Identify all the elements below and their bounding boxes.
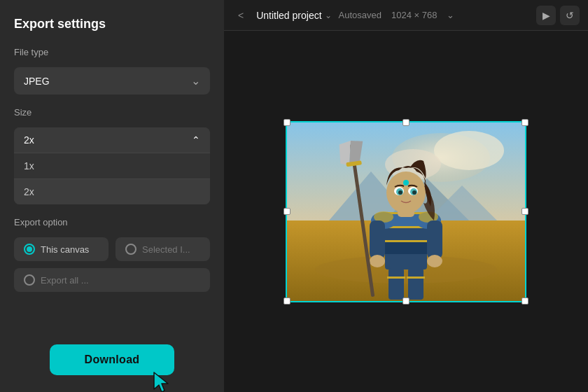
radio-circle-this-canvas bbox=[24, 244, 35, 255]
canvas-area bbox=[224, 31, 588, 392]
play-button[interactable]: ▶ bbox=[536, 6, 556, 25]
svg-point-36 bbox=[412, 190, 416, 195]
size-selected-row[interactable]: 2x ⌃ bbox=[14, 127, 210, 153]
canvas-image-container bbox=[287, 122, 525, 301]
svg-rect-21 bbox=[370, 220, 385, 259]
project-chevron-icon: ⌄ bbox=[325, 10, 332, 20]
file-type-select[interactable]: JPEG ⌄ bbox=[14, 67, 210, 94]
play-icon: ▶ bbox=[542, 10, 550, 21]
this-canvas-label: This canvas bbox=[41, 244, 89, 255]
top-bar: < Untitled project ⌄ Autosaved 1024 × 76… bbox=[224, 0, 588, 31]
svg-rect-26 bbox=[408, 268, 424, 300]
chevron-up-icon: ⌃ bbox=[192, 134, 200, 146]
project-name: Untitled project bbox=[256, 10, 321, 21]
export-settings-panel: Export settings File type JPEG ⌄ Size 2x… bbox=[0, 0, 224, 392]
panel-title: Export settings bbox=[14, 17, 210, 31]
export-option-selected[interactable]: Selected I... bbox=[115, 237, 210, 261]
size-option-2x[interactable]: 2x bbox=[14, 178, 210, 204]
svg-rect-25 bbox=[388, 268, 404, 300]
svg-rect-16 bbox=[384, 240, 428, 242]
dimensions-chevron: ⌄ bbox=[447, 10, 454, 20]
svg-rect-28 bbox=[407, 276, 425, 279]
svg-point-35 bbox=[398, 190, 402, 195]
export-options-row1: This canvas Selected I... bbox=[14, 237, 210, 261]
size-section: Size 2x ⌃ 1x 2x bbox=[14, 107, 210, 204]
svg-point-23 bbox=[370, 255, 385, 267]
warrior-illustration bbox=[287, 122, 525, 301]
size-label: Size bbox=[14, 107, 210, 118]
radio-circle-selected bbox=[125, 244, 136, 255]
right-panel: < Untitled project ⌄ Autosaved 1024 × 76… bbox=[224, 0, 588, 392]
svg-rect-22 bbox=[427, 220, 442, 259]
svg-point-24 bbox=[427, 255, 442, 267]
export-option-all[interactable]: Export all ... bbox=[14, 268, 210, 292]
svg-point-37 bbox=[403, 180, 409, 186]
export-all-label: Export all ... bbox=[41, 275, 89, 286]
size-dropdown[interactable]: 2x ⌃ 1x 2x bbox=[14, 127, 210, 204]
canvas-image[interactable] bbox=[287, 122, 525, 301]
export-radio-group: This canvas Selected I... Export all ... bbox=[14, 237, 210, 292]
autosaved-label: Autosaved bbox=[339, 10, 382, 20]
export-option-section: Export option This canvas Selected I... … bbox=[14, 217, 210, 292]
project-name-wrap[interactable]: Untitled project ⌄ bbox=[256, 10, 331, 21]
selected-label: Selected I... bbox=[142, 244, 190, 255]
export-option-label: Export option bbox=[14, 217, 210, 227]
svg-point-3 bbox=[434, 131, 504, 170]
rotate-icon: ↺ bbox=[566, 10, 574, 21]
back-button[interactable]: < bbox=[232, 7, 249, 24]
chevron-down-icon: ⌄ bbox=[191, 74, 200, 88]
dimensions-label: 1024 × 768 bbox=[391, 10, 437, 20]
size-selected-value: 2x bbox=[24, 134, 34, 146]
svg-point-30 bbox=[386, 172, 426, 214]
radio-circle-export-all bbox=[24, 274, 35, 286]
file-type-value: JPEG bbox=[24, 76, 50, 87]
file-type-label: File type bbox=[14, 47, 210, 57]
svg-rect-27 bbox=[387, 276, 405, 279]
svg-marker-0 bbox=[154, 372, 168, 392]
cursor-icon bbox=[151, 370, 176, 392]
rotate-button[interactable]: ↺ bbox=[560, 6, 580, 25]
file-type-section: File type JPEG ⌄ bbox=[14, 47, 210, 94]
size-option-1x[interactable]: 1x bbox=[14, 153, 210, 178]
export-option-this-canvas[interactable]: This canvas bbox=[14, 237, 108, 261]
download-area: Download bbox=[14, 330, 210, 375]
toolbar-icons: ▶ ↺ bbox=[536, 6, 580, 25]
